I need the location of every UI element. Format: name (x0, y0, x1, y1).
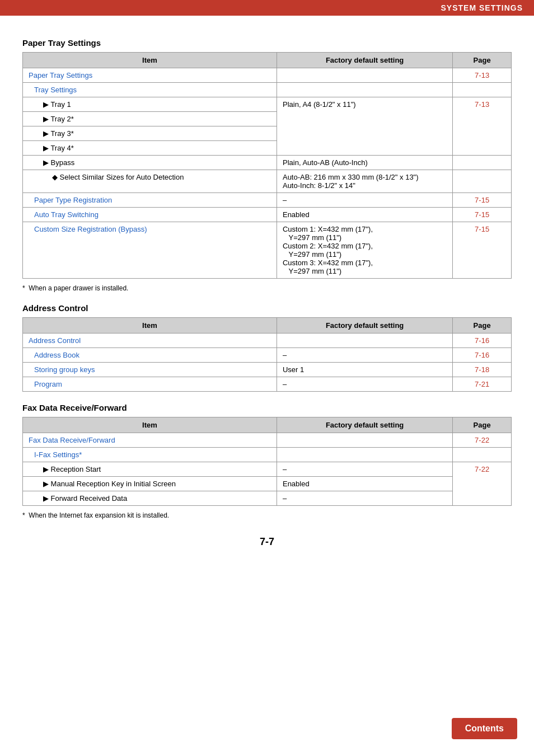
auto-tray-switching-link[interactable]: Auto Tray Switching (34, 210, 99, 219)
table-row: Tray Settings (23, 83, 512, 97)
pt-selectsimilar-item: ◆ Select Similar Sizes for Auto Detectio… (23, 170, 277, 193)
ac-groupkeys-page: 7-18 (453, 363, 512, 377)
pt-autotray-factory: Enabled (277, 208, 452, 222)
fd-reception-factory: – (277, 462, 452, 477)
pt-tray1-item: ▶ Tray 1 (23, 97, 277, 112)
fax-data-heading: Fax Data Receive/Forward (22, 403, 512, 412)
pt-row-pts-page: 7-13 (453, 68, 512, 83)
ac-groupkeys-item: Storing group keys (23, 363, 277, 377)
header-title: SYSTEM SETTINGS (441, 3, 523, 12)
paper-tray-settings-link[interactable]: Paper Tray Settings (29, 71, 92, 79)
table-row: Storing group keys User 1 7-18 (23, 363, 512, 377)
paper-tray-heading: Paper Tray Settings (22, 38, 512, 48)
pt-col-page: Page (453, 53, 512, 68)
ac-addressbook-item: Address Book (23, 348, 277, 363)
pt-tray4-item: ▶ Tray 4* (23, 141, 277, 156)
fd-forward-item: ▶ Forward Received Data (23, 491, 277, 506)
pt-tray1234-factory: Plain, A4 (8-1/2" x 11") (277, 97, 452, 156)
fd-manual-factory: Enabled (277, 477, 452, 491)
storing-group-keys-link[interactable]: Storing group keys (34, 365, 95, 374)
fd-ifax-page (453, 448, 512, 462)
ac-program-page: 7-21 (453, 377, 512, 392)
pt-customsize-item: Custom Size Registration (Bypass) (23, 222, 277, 279)
fax-data-footnote: * When the Internet fax expansion kit is… (22, 511, 512, 519)
pt-row-pts-item: Paper Tray Settings (23, 68, 277, 83)
fax-data-receive-forward-link[interactable]: Fax Data Receive/Forward (29, 436, 115, 444)
pt-paptype-factory: – (277, 193, 452, 208)
pt-autotray-item: Auto Tray Switching (23, 208, 277, 222)
fax-data-table: Item Factory default setting Page Fax Da… (22, 417, 512, 506)
pt-col-item: Item (23, 53, 277, 68)
ac-col-factory: Factory default setting (277, 318, 452, 334)
pt-paptype-page: 7-15 (453, 193, 512, 208)
fd-col-page: Page (453, 417, 512, 433)
fd-ifax-factory (277, 448, 452, 462)
address-control-table: Item Factory default setting Page Addres… (22, 317, 512, 392)
table-row: Auto Tray Switching Enabled 7-15 (23, 208, 512, 222)
table-row: ▶ Manual Reception Key in Initial Screen… (23, 477, 512, 491)
address-control-heading: Address Control (22, 303, 512, 313)
ac-col-page: Page (453, 318, 512, 334)
table-row: Custom Size Registration (Bypass) Custom… (23, 222, 512, 279)
header-bar: SYSTEM SETTINGS (0, 0, 534, 16)
contents-button[interactable]: Contents (452, 718, 517, 739)
ac-program-factory: – (277, 377, 452, 392)
pt-selectsimilar-page (453, 170, 512, 193)
fd-col-item: Item (23, 417, 277, 433)
address-control-link[interactable]: Address Control (29, 336, 81, 345)
pt-bypass-page (453, 156, 512, 170)
ac-addressbook-factory: – (277, 348, 452, 363)
table-row: ▶ Reception Start–7-22 (23, 462, 512, 477)
table-row: ◆ Select Similar Sizes for Auto Detectio… (23, 170, 512, 193)
pt-tray-settings-factory (277, 83, 452, 97)
ac-program-item: Program (23, 377, 277, 392)
table-row: ▶ Forward Received Data– (23, 491, 512, 506)
paper-type-link[interactable]: Paper Type Registration (34, 196, 112, 204)
pt-row-pts-factory (277, 68, 452, 83)
pt-paptype-item: Paper Type Registration (23, 193, 277, 208)
fd-faxdata-item: Fax Data Receive/Forward (23, 433, 277, 448)
pt-tray-settings-page (453, 83, 512, 97)
table-row: Paper Tray Settings 7-13 (23, 68, 512, 83)
table-row: Fax Data Receive/Forward 7-22 (23, 433, 512, 448)
address-book-link[interactable]: Address Book (34, 351, 79, 359)
fd-ifax-item: I-Fax Settings* (23, 448, 277, 462)
table-row: Paper Type Registration – 7-15 (23, 193, 512, 208)
ac-col-item: Item (23, 318, 277, 334)
pt-autotray-page: 7-15 (453, 208, 512, 222)
ac-addressbook-page: 7-16 (453, 348, 512, 363)
page-number: 7-7 (22, 536, 512, 548)
table-row: ▶ Bypass Plain, Auto-AB (Auto-Inch) (23, 156, 512, 170)
table-row: Program – 7-21 (23, 377, 512, 392)
fd-faxdata-factory (277, 433, 452, 448)
tray-settings-link[interactable]: Tray Settings (34, 86, 77, 94)
table-row: I-Fax Settings* (23, 448, 512, 462)
fd-col-factory: Factory default setting (277, 417, 452, 433)
pt-col-factory: Factory default setting (277, 53, 452, 68)
pt-bypass-factory: Plain, Auto-AB (Auto-Inch) (277, 156, 452, 170)
ac-addresscontrol-item: Address Control (23, 334, 277, 348)
ac-addresscontrol-page: 7-16 (453, 334, 512, 348)
fd-faxdata-page: 7-22 (453, 433, 512, 448)
fd-reception-page: 7-22 (453, 462, 512, 506)
table-row: ▶ Tray 1 Plain, A4 (8-1/2" x 11") 7-13 (23, 97, 512, 112)
ac-groupkeys-factory: User 1 (277, 363, 452, 377)
pt-customsize-page: 7-15 (453, 222, 512, 279)
table-row: Address Control 7-16 (23, 334, 512, 348)
program-link[interactable]: Program (34, 380, 62, 388)
fd-forward-factory: – (277, 491, 452, 506)
fd-manual-item: ▶ Manual Reception Key in Initial Screen (23, 477, 277, 491)
pt-bypass-item: ▶ Bypass (23, 156, 277, 170)
pt-tray2-item: ▶ Tray 2* (23, 112, 277, 126)
ifax-settings-link[interactable]: I-Fax Settings* (34, 450, 82, 459)
pt-selectsimilar-factory: Auto-AB: 216 mm x 330 mm (8-1/2" x 13")A… (277, 170, 452, 193)
pt-tray-settings-item: Tray Settings (23, 83, 277, 97)
pt-tray1234-page: 7-13 (453, 97, 512, 156)
custom-size-link[interactable]: Custom Size Registration (Bypass) (34, 225, 147, 233)
paper-tray-footnote: * When a paper drawer is installed. (22, 284, 512, 292)
table-row: Address Book – 7-16 (23, 348, 512, 363)
paper-tray-table: Item Factory default setting Page Paper … (22, 52, 512, 279)
pt-tray3-item: ▶ Tray 3* (23, 126, 277, 141)
fd-reception-item: ▶ Reception Start (23, 462, 277, 477)
ac-addresscontrol-factory (277, 334, 452, 348)
